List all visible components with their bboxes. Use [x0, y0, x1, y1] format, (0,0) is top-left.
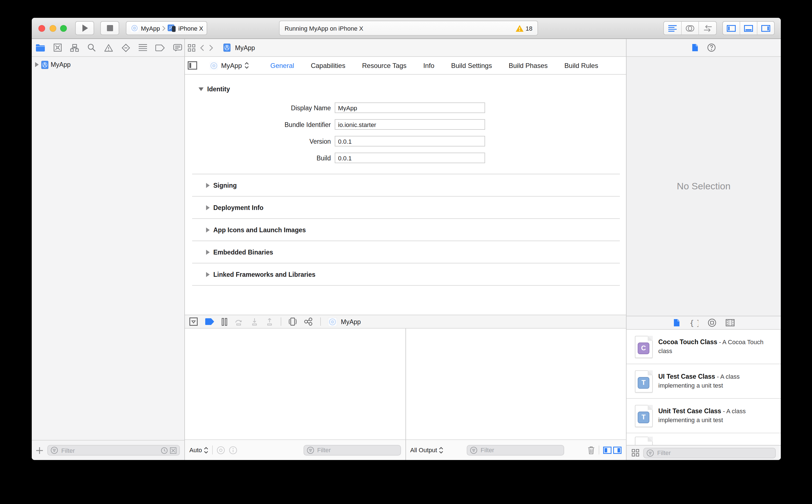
run-button[interactable]	[75, 21, 94, 35]
add-button[interactable]	[36, 447, 43, 454]
scheme-selector[interactable]: MyApp iPhone X	[126, 21, 207, 35]
pause-button[interactable]	[222, 318, 227, 326]
bar-divider	[212, 446, 212, 454]
quick-look-icon[interactable]	[216, 446, 225, 454]
library-item-cocoa-touch-class[interactable]: C Cocoa Touch Class - A Cocoa Touch clas…	[627, 330, 781, 364]
debug-target-label[interactable]: MyApp	[341, 318, 361, 325]
file-template-icon: T	[635, 405, 653, 427]
filter-icon	[307, 446, 314, 454]
tab-build-settings[interactable]: Build Settings	[451, 62, 492, 69]
close-window-button[interactable]	[38, 25, 45, 32]
forward-button[interactable]	[209, 44, 213, 51]
help-inspector-icon[interactable]	[707, 43, 716, 52]
stop-button[interactable]	[100, 21, 119, 35]
console-filter-input[interactable]	[480, 446, 561, 454]
library-filter-input[interactable]	[656, 449, 772, 457]
view-debugger-button[interactable]	[288, 317, 297, 326]
navigator-tab-bar	[32, 39, 184, 57]
minimize-window-button[interactable]	[50, 25, 56, 32]
display-name-label: Display Name	[185, 104, 331, 111]
file-inspector-icon[interactable]	[692, 43, 698, 52]
search-navigator-icon[interactable]	[87, 43, 96, 52]
project-navigator-icon[interactable]	[36, 44, 45, 52]
tab-build-phases[interactable]: Build Phases	[509, 62, 548, 69]
tab-capabilities[interactable]: Capabilities	[311, 62, 345, 69]
identity-section-header[interactable]: Identity	[198, 84, 626, 95]
assistant-editor-button[interactable]	[681, 22, 699, 35]
toggle-console-view-button[interactable]	[613, 446, 622, 454]
build-field[interactable]	[335, 153, 485, 163]
navigator-filter-field[interactable]	[47, 445, 180, 456]
section-embedded-binaries[interactable]: Embedded Binaries	[192, 241, 620, 263]
code-snippet-library-icon[interactable]: { }	[689, 319, 698, 327]
section-signing[interactable]: Signing	[192, 174, 620, 196]
variables-scope-popup[interactable]: Auto	[189, 446, 208, 454]
source-control-status-icon[interactable]	[170, 447, 177, 454]
disclosure-open-icon[interactable]	[198, 87, 204, 91]
breakpoints-toggle-button[interactable]	[205, 318, 214, 325]
issue-navigator-icon[interactable]	[104, 44, 113, 52]
breakpoint-navigator-icon[interactable]	[155, 44, 165, 51]
library-item-ui-test-case-class[interactable]: T UI Test Case Class - A class implement…	[627, 364, 781, 399]
zoom-window-button[interactable]	[60, 25, 67, 32]
jumpbar-file-label[interactable]: MyApp	[235, 44, 255, 51]
clear-console-button[interactable]	[588, 446, 595, 454]
targets-sidebar-toggle[interactable]	[188, 61, 197, 70]
tab-resource-tags[interactable]: Resource Tags	[362, 62, 407, 69]
recent-files-icon[interactable]	[161, 447, 168, 454]
toggle-debug-area-button[interactable]	[740, 22, 757, 35]
disclosure-closed-icon[interactable]	[206, 205, 210, 210]
tab-general[interactable]: General	[270, 62, 294, 69]
info-icon[interactable]	[229, 446, 237, 454]
file-template-library-icon[interactable]	[673, 319, 680, 327]
source-control-navigator-icon[interactable]	[53, 43, 62, 52]
debug-navigator-icon[interactable]	[139, 44, 147, 51]
test-navigator-icon[interactable]	[121, 43, 130, 52]
project-row[interactable]: MyApp	[32, 60, 184, 70]
tab-build-rules[interactable]: Build Rules	[564, 62, 598, 69]
console-view[interactable]	[406, 329, 626, 439]
step-into-button[interactable]	[251, 318, 258, 326]
standard-editor-button[interactable]	[664, 22, 681, 35]
version-field[interactable]	[335, 136, 485, 146]
object-library-icon[interactable]	[708, 319, 716, 327]
disclosure-closed-icon[interactable]	[206, 227, 210, 233]
inspector-panel-icon	[761, 25, 770, 31]
library-item-partial[interactable]	[627, 433, 781, 445]
warning-icon[interactable]	[516, 25, 524, 31]
grid-view-icon[interactable]	[632, 449, 639, 457]
step-over-button[interactable]	[234, 318, 243, 326]
related-items-icon[interactable]	[188, 44, 195, 52]
disclosure-closed-icon[interactable]	[206, 182, 210, 188]
media-library-icon[interactable]	[725, 319, 734, 326]
display-name-field[interactable]	[335, 102, 485, 113]
disclosure-triangle-icon[interactable]	[35, 62, 39, 67]
toggle-variables-view-button[interactable]	[603, 446, 612, 454]
toggle-inspector-button[interactable]	[757, 22, 774, 35]
tab-info[interactable]: Info	[423, 62, 434, 69]
variables-view[interactable]	[185, 329, 405, 439]
navigator-filter-input[interactable]	[60, 446, 159, 454]
version-editor-button[interactable]	[699, 22, 716, 35]
memory-graph-button[interactable]	[304, 317, 313, 326]
console-scope-popup[interactable]: All Output	[410, 446, 443, 454]
toggle-navigator-button[interactable]	[723, 22, 740, 35]
warning-count[interactable]: 18	[526, 25, 533, 31]
disclosure-closed-icon[interactable]	[206, 249, 210, 255]
console-filter-field[interactable]	[467, 445, 564, 455]
bundle-identifier-field[interactable]	[335, 119, 485, 130]
section-linked-frameworks[interactable]: Linked Frameworks and Libraries	[192, 263, 620, 286]
library-item-unit-test-case-class[interactable]: T Unit Test Case Class - A class impleme…	[627, 399, 781, 433]
step-out-button[interactable]	[266, 318, 273, 326]
report-navigator-icon[interactable]	[173, 44, 182, 52]
variables-filter-input[interactable]	[316, 446, 397, 454]
library-filter-field[interactable]	[643, 447, 776, 458]
variables-filter-field[interactable]	[303, 445, 401, 455]
back-button[interactable]	[200, 44, 204, 51]
target-popup[interactable]: MyApp	[209, 61, 249, 70]
section-app-icons[interactable]: App Icons and Launch Images	[192, 218, 620, 241]
section-deployment-info[interactable]: Deployment Info	[192, 196, 620, 218]
hide-debug-area-button[interactable]	[189, 317, 198, 326]
disclosure-closed-icon[interactable]	[206, 271, 210, 277]
symbol-navigator-icon[interactable]	[70, 44, 79, 52]
